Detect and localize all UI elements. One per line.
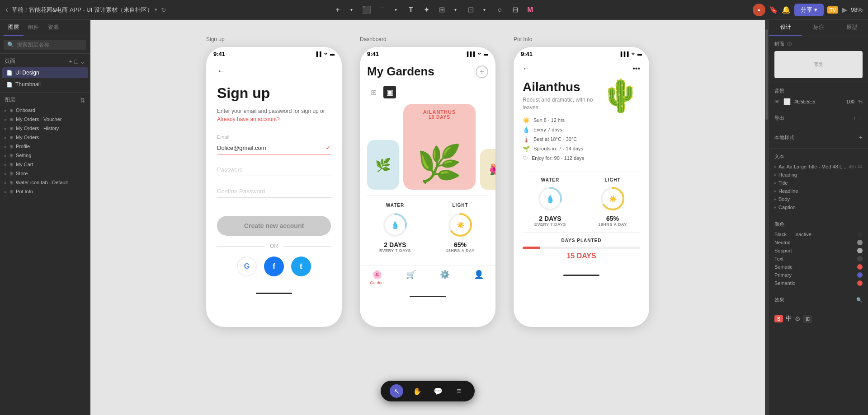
layer-water-icon-tab[interactable]: ▸ ⊞ Water icon tab - Default (0, 178, 90, 187)
layers-sort-button[interactable]: ⇅ (80, 97, 85, 104)
search-effects-icon[interactable]: 🔍 (856, 297, 863, 303)
shape-dropdown[interactable]: ▾ (389, 4, 402, 16)
pen-tool[interactable]: ✦ (420, 4, 433, 16)
canvas-area[interactable]: Sign up 9:41 ▌▌ ᯤ ▬ ← Sign up Enter (90, 20, 765, 415)
color-row-neutral[interactable]: Neutral (774, 238, 863, 247)
marvel-icon[interactable]: M (524, 4, 537, 16)
color-row-semantic[interactable]: Semantic (774, 279, 863, 287)
color-row-black[interactable]: Black — Inactive (774, 230, 863, 238)
scrollbar-thumb[interactable] (765, 29, 768, 120)
add-garden-button[interactable]: + (476, 65, 488, 78)
tab-components[interactable]: 组件 (24, 20, 43, 36)
mask-tool[interactable]: ⊡ (464, 4, 477, 16)
layer-onboard[interactable]: ▸ ⊞ Onboard (0, 106, 90, 115)
bg-color-swatch[interactable] (783, 98, 791, 105)
component-tool[interactable]: ⊞ (435, 4, 448, 16)
confirm-password-input[interactable]: Confirm Password (217, 185, 331, 198)
local-style-add-button[interactable]: + (859, 134, 863, 141)
export-up-button[interactable]: ↑ (853, 115, 856, 121)
text-option-heading[interactable]: ▸ Heading (774, 171, 863, 179)
pot-back-button[interactable]: ← (523, 65, 530, 73)
email-input[interactable]: Dolice@gmail.com ✓ (217, 141, 331, 154)
menu-tool-button[interactable]: ≡ (452, 384, 466, 398)
add-page-button[interactable]: + (69, 58, 72, 65)
layer-store[interactable]: ▸ ⊞ Store (0, 169, 90, 178)
bookmark-button[interactable]: 🔖 (769, 5, 778, 14)
search-input[interactable] (17, 42, 83, 48)
text-tool[interactable]: T (405, 4, 417, 16)
color-row-sematic[interactable]: Sematic (774, 263, 863, 271)
user-avatar[interactable]: ● (753, 4, 765, 16)
breadcrumb-dropdown[interactable]: ▾ (155, 7, 157, 13)
nav-cart[interactable]: 🛒 (394, 270, 428, 285)
table-tool-btn[interactable]: ⊞ (803, 315, 812, 323)
breadcrumb-root[interactable]: 草稿 (12, 6, 24, 14)
list-view-button[interactable]: ▣ (383, 86, 396, 98)
layer-profile[interactable]: ▸ ⊞ Profile (0, 142, 90, 151)
layer-my-cart[interactable]: ▸ ⊞ My Cart (0, 160, 90, 169)
text-option-headline[interactable]: ▸ Headline (774, 187, 863, 195)
right-tab-prototype[interactable]: 原型 (835, 20, 868, 36)
facebook-login-button[interactable]: f (264, 256, 284, 276)
layer-setting[interactable]: ▸ ⊞ Setting (0, 151, 90, 160)
add-dropdown[interactable]: ▾ (345, 4, 358, 16)
google-login-button[interactable]: G (237, 256, 257, 276)
chinese-character-btn[interactable]: 中 (786, 315, 792, 323)
hand-tool-button[interactable]: ✋ (410, 384, 424, 398)
component-dropdown[interactable]: ▾ (449, 4, 462, 16)
layer-my-orders[interactable]: ▸ ⊞ My Orders (0, 133, 90, 142)
zoom-level[interactable]: 98% (851, 6, 863, 13)
mask-dropdown[interactable]: ▾ (478, 4, 491, 16)
frame-tool[interactable]: ⬛ (360, 4, 373, 16)
page-more-button[interactable]: ⌄ (80, 58, 85, 65)
plant-card-main[interactable]: AILANTHUS 10 DAYS 🌿 (403, 104, 476, 190)
bg-opacity[interactable]: 100 (846, 99, 854, 104)
notification-button[interactable]: 🔔 (782, 5, 791, 14)
color-row-primary[interactable]: Primary (774, 271, 863, 279)
cover-preview[interactable]: 预览 (774, 51, 863, 78)
grid-view-button[interactable]: ⊞ (367, 86, 380, 98)
twitter-login-button[interactable]: t (291, 256, 311, 276)
text-option-caption[interactable]: ▸ Caption (774, 203, 863, 211)
settings-tool-btn[interactable]: ⚙ (795, 315, 801, 322)
vertical-scrollbar[interactable] (765, 20, 769, 415)
add-button[interactable]: + (331, 4, 344, 16)
plant-card-small-left[interactable]: 🌿 (367, 140, 399, 190)
export-add-button[interactable]: + (859, 115, 863, 121)
play-button[interactable]: ▶ (842, 5, 847, 14)
text-option-title[interactable]: ▸ Title (774, 179, 863, 187)
pot-more-button[interactable]: ••• (632, 65, 640, 73)
layer-my-orders-voucher[interactable]: ▸ ⊞ My Orders - Voucher (0, 115, 90, 124)
signup-back-arrow[interactable]: ← (217, 66, 331, 76)
right-tab-design[interactable]: 设计 (769, 20, 802, 36)
nav-garden[interactable]: 🌸 Garden (360, 270, 394, 285)
cursor-tool-button[interactable]: ↖ (390, 384, 403, 398)
back-button[interactable]: ‹ (5, 5, 8, 14)
tab-assets[interactable]: 资源 (43, 20, 63, 36)
nav-profile[interactable]: 👤 (462, 270, 495, 285)
text-option-body[interactable]: ▸ Body (774, 195, 863, 203)
page-options-button[interactable]: □ (75, 58, 78, 65)
nav-settings[interactable]: ⚙️ (428, 270, 462, 285)
already-account-link[interactable]: Already have an account? (217, 116, 280, 122)
layer-my-orders-history[interactable]: ▸ ⊞ My Orders - History (0, 124, 90, 133)
color-row-text[interactable]: Text (774, 255, 863, 263)
page-item-ui-design[interactable]: 📄 UI Design (2, 67, 88, 78)
layer-pot-info[interactable]: ▸ ⊞ Pot Info (0, 187, 90, 196)
right-tab-annotate[interactable]: 标注 (802, 20, 835, 36)
ellipse-tool[interactable]: ○ (493, 4, 506, 16)
color-row-support[interactable]: Support (774, 247, 863, 255)
slice-tool[interactable]: ⊟ (509, 4, 521, 16)
tab-layers[interactable]: 图层 (4, 20, 24, 36)
shape-tool[interactable]: □ (376, 4, 388, 16)
comment-tool-button[interactable]: 💬 (431, 384, 445, 398)
refresh-button[interactable]: ↻ (161, 6, 166, 14)
text-option-large-title[interactable]: ▸ Aa Aa Large Title - Med 48 L... 48 / 4… (774, 163, 863, 171)
bg-color-hex[interactable]: #E5E5E5 (794, 99, 815, 104)
create-account-button[interactable]: Create new account (217, 216, 331, 236)
visibility-toggle[interactable]: 👁 (774, 98, 780, 105)
plant-card-small-right[interactable]: 🌺 (480, 149, 495, 190)
page-item-thumbnail[interactable]: 📄 Thumbnail (2, 79, 88, 90)
share-button[interactable]: 分享 ▾ (794, 4, 824, 16)
password-input[interactable]: Password (217, 163, 331, 176)
